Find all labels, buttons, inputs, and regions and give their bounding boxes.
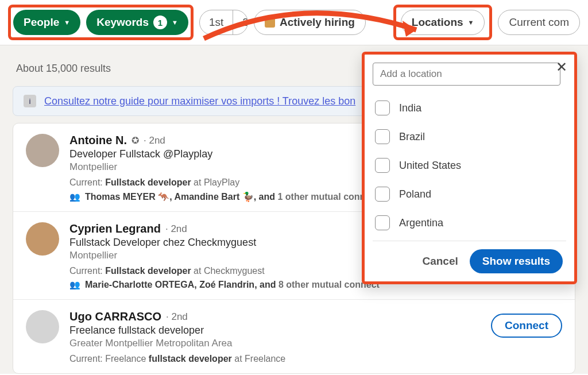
banner-link[interactable]: Consultez notre guide pour maximiser vos… [44,95,355,107]
checkbox-icon[interactable] [375,158,390,173]
filter-current-company[interactable]: Current com [498,10,580,35]
people-icon: 👥 [69,280,80,290]
close-icon[interactable]: ✕ [556,59,567,75]
person-name[interactable]: Antoine N. [69,134,127,147]
checkbox-icon[interactable] [375,129,390,144]
cancel-button[interactable]: Cancel [422,255,458,268]
degree-label: · 2nd [166,311,188,323]
actively-hiring-label: Actively hiring [280,16,355,29]
avatar[interactable] [26,134,59,167]
filter-keywords-label: Keywords [96,16,149,29]
location-option[interactable]: Argentina [373,208,566,237]
connection-degree-segment: 1st 2nd 3rd+ [199,10,248,35]
locations-dropdown: ✕ India Brazil United States Poland Arge… [362,52,577,284]
person-name[interactable]: Ugo CARRASCO [69,310,161,323]
current-position: Current: Freelance fullstack developer a… [69,354,491,364]
filter-people[interactable]: People ▼ [13,10,80,35]
briefcase-icon [265,17,275,28]
filter-actively-hiring[interactable]: Actively hiring [254,10,366,35]
result-row[interactable]: Ugo CARRASCO · 2nd Freelance fullstack d… [13,300,575,373]
locations-label: Locations [412,16,463,29]
caret-down-icon: ▼ [172,19,178,26]
connect-action: Connect [491,310,562,364]
location-option[interactable]: United States [373,151,566,180]
location: Greater Montpellier Metropolitan Area [69,338,491,349]
annotation-highlight-left: People ▼ Keywords 1 ▼ [8,5,194,40]
degree-label: · 2nd [144,135,165,146]
caret-down-icon: ▼ [64,19,70,26]
checkbox-icon[interactable] [375,100,390,115]
show-results-button[interactable]: Show results [470,249,563,273]
filter-locations[interactable]: Locations ▼ [401,10,485,35]
keywords-count-badge: 1 [153,16,167,29]
avatar[interactable] [26,310,59,343]
filter-keywords[interactable]: Keywords 1 ▼ [86,10,188,35]
headline: Freelance fullstack developer [69,324,491,337]
verified-icon: ✪ [131,135,139,146]
degree-label: · 2nd [165,223,187,235]
people-icon: 👥 [69,192,80,202]
location-option[interactable]: India [373,94,566,122]
avatar[interactable] [26,222,59,256]
location-option[interactable]: Poland [373,180,566,208]
info-icon: i [24,95,36,107]
checkbox-icon[interactable] [375,215,390,230]
filter-bar: People ▼ Keywords 1 ▼ 1st 2nd 3rd+ Activ… [0,0,588,45]
current-company-label: Current com [509,16,569,29]
dropdown-footer: Cancel Show results [373,241,566,281]
location-option[interactable]: Brazil [373,122,566,151]
annotation-highlight-locations: Locations ▼ [393,5,493,40]
connect-button[interactable]: Connect [491,314,562,338]
filter-people-label: People [24,16,59,29]
location-search-input[interactable] [373,63,560,86]
degree-2nd-button[interactable]: 2nd [233,10,248,34]
checkbox-icon[interactable] [375,187,390,202]
result-body: Ugo CARRASCO · 2nd Freelance fullstack d… [69,310,491,364]
degree-1st-button[interactable]: 1st [200,10,233,34]
person-name[interactable]: Cyprien Legrand [69,222,161,235]
caret-down-icon: ▼ [468,19,474,26]
